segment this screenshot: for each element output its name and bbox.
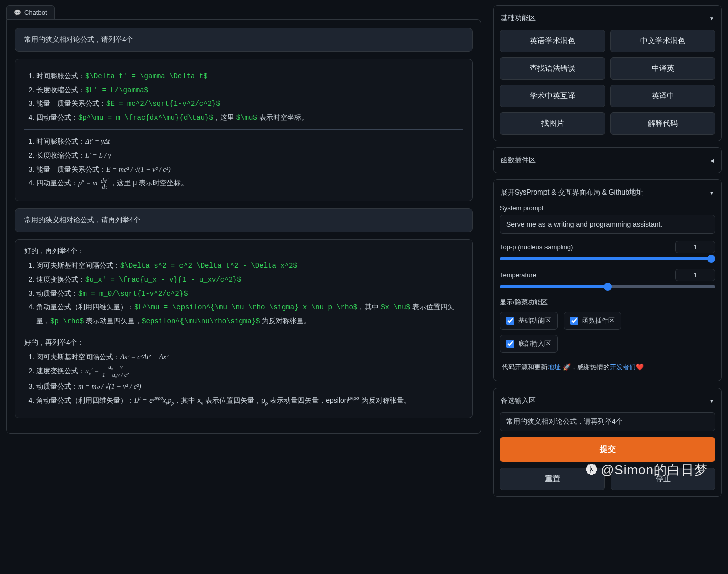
assistant-message: 好的，再列举4个： 闵可夫斯基时空间隔公式：$\Delta s^2 = c^2 … [15,239,473,418]
function-button-6[interactable]: 找图片 [500,112,605,135]
chatbot-tab[interactable]: 💬 Chatbot [6,5,55,19]
tab-label: Chatbot [24,9,47,16]
formula-item: 时间膨胀公式：$\Delta t' = \gamma \Delta t$ [36,69,463,83]
chk-bottom-input[interactable]: 底部输入区 [500,335,558,353]
formula-item: 能量—质量关系公式：$E = mc^2/\sqrt{1-v^2/c^2}$ [36,97,463,111]
user-message: 常用的狭义相对论公式，请列举4个 [15,28,473,52]
formula-item-rendered: 时间膨胀公式：Δt′ = γΔt [36,135,463,149]
formula-list-raw: 时间膨胀公式：$\Delta t' = \gamma \Delta t$长度收缩… [24,69,463,124]
formula-item: 角动量公式（利用四维矢量）：$L^\mu = \epsilon^{\mu \nu… [36,300,463,328]
assistant-message: 时间膨胀公式：$\Delta t' = \gamma \Delta t$长度收缩… [15,59,473,201]
user-message: 常用的狭义相对论公式，请再列举4个 [15,208,473,232]
alt-input-section: 备选输入区 ▼ 提交 重置 停止 [493,388,722,497]
repo-link[interactable]: 地址 [548,363,561,371]
formula-list-rendered: 时间膨胀公式：Δt′ = γΔt长度收缩公式：L′ = L / γ能量—质量关系… [24,135,463,190]
chat-panel: 💬 Chatbot 常用的狭义相对论公式，请列举4个 时间膨胀公式：$\Delt… [0,0,487,574]
formula-list-rendered: 闵可夫斯基时空间隔公式：Δs² = c²Δt² − Δx²速度变换公式：ux′ … [24,350,463,408]
formula-item: 动质量公式：$m = m_0/\sqrt{1-v^2/c^2}$ [36,287,463,301]
footer-text: 代码开源和更新地址 🚀，感谢热情的开发者们❤️ [500,360,715,375]
function-button-0[interactable]: 英语学术润色 [500,30,605,52]
alt-input-field[interactable] [500,412,715,431]
function-button-4[interactable]: 学术中英互译 [500,85,605,107]
devs-link[interactable]: 开发者们 [610,363,636,371]
chevron-down-icon: ▼ [709,190,714,196]
formula-item-rendered: 长度收缩公式：L′ = L / γ [36,149,463,163]
formula-item-rendered: 闵可夫斯基时空间隔公式：Δs² = c²Δt² − Δx² [36,350,463,364]
temp-label: Temperature [500,271,536,279]
chevron-down-icon: ▼ [709,16,714,21]
function-button-1[interactable]: 中文学术润色 [610,30,715,52]
visibility-label: 显示/隐藏功能区 [500,298,715,307]
basic-functions-header[interactable]: 基础功能区 ▼ [500,12,715,25]
stop-button[interactable]: 停止 [611,468,715,490]
divider [24,333,463,333]
formula-item-rendered: 角动量公式（利用四维矢量）：Lμ = ϵμνρσxνpρ，其中 xν 表示位置四… [36,394,463,408]
chevron-left-icon: ◀ [710,158,714,163]
formula-item: 长度收缩公式：$L' = L/\gamma$ [36,83,463,97]
formula-item-rendered: 动质量公式：m = m₀ / √(1 − v² / c²) [36,379,463,394]
function-button-2[interactable]: 查找语法错误 [500,57,605,80]
reset-button[interactable]: 重置 [500,468,605,490]
formula-item-rendered: 速度变换公式：ux′ = ux − v1 − uxv / c² [36,364,463,379]
expand-section: 展开SysPrompt & 交互界面布局 & Github地址 ▼ System… [493,179,722,381]
function-button-5[interactable]: 英译中 [610,85,715,107]
submit-button[interactable]: 提交 [500,437,715,462]
plugins-header[interactable]: 函数插件区 ◀ [500,154,715,167]
temperature-slider[interactable] [500,285,715,288]
topp-label: Top-p (nucleus sampling) [500,243,573,251]
chk-basic[interactable]: 基础功能区 [500,312,558,330]
system-prompt-label: System prompt [500,204,715,212]
expand-header[interactable]: 展开SysPrompt & 交互界面布局 & Github地址 ▼ [500,186,715,199]
function-button-7[interactable]: 解释代码 [610,112,715,135]
sidebar: 基础功能区 ▼ 英语学术润色中文学术润色查找语法错误中译英学术中英互译英译中找图… [487,0,728,574]
alt-input-header[interactable]: 备选输入区 ▼ [500,394,715,407]
topp-slider[interactable] [500,257,715,260]
system-prompt-input[interactable] [500,215,715,234]
topp-value: 1 [675,241,715,253]
basic-functions-section: 基础功能区 ▼ 英语学术润色中文学术润色查找语法错误中译英学术中英互译英译中找图… [493,5,722,141]
function-button-3[interactable]: 中译英 [610,57,715,80]
formula-item: 速度变换公式：$u_x' = \frac{u_x - v}{1 - u_xv/c… [36,273,463,287]
formula-item: 四动量公式：$p^\mu = m \frac{dx^\mu}{d\tau}$，这… [36,111,463,125]
chat-icon: 💬 [14,9,21,16]
chk-plugins[interactable]: 函数插件区 [564,312,621,330]
temp-value: 1 [675,269,715,281]
formula-list-raw: 闵可夫斯基时空间隔公式：$\Delta s^2 = c^2 \Delta t^2… [24,259,463,328]
chevron-down-icon: ▼ [709,398,714,404]
formula-item: 闵可夫斯基时空间隔公式：$\Delta s^2 = c^2 \Delta t^2… [36,259,463,273]
formula-item-rendered: 能量—质量关系公式：E = mc² / √(1 − v² / c²) [36,163,463,177]
plugins-section: 函数插件区 ◀ [493,147,722,173]
formula-item-rendered: 四动量公式：pμ = m dxμdτ，这里 μ 表示时空坐标。 [36,176,463,190]
chat-area: 常用的狭义相对论公式，请列举4个 时间膨胀公式：$\Delta t' = \ga… [6,19,481,434]
divider [24,129,463,130]
